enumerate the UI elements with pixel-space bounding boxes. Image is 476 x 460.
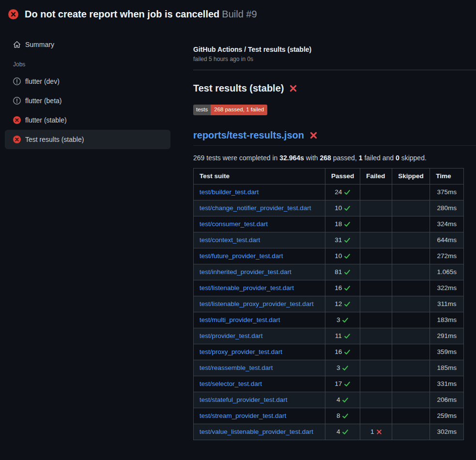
suite-cell: test/builder_test.dart [194,184,325,200]
skipped-cell [392,200,430,216]
test-suite-link[interactable]: test/value_listenable_provider_test.dart [200,428,313,435]
summary-failed-count: 1 [359,154,363,162]
table-row: test/provider_test.dart11291ms [194,328,464,344]
failed-cell [360,216,392,232]
home-icon [13,41,21,48]
time-cell: 291ms [430,328,464,344]
check-icon [342,397,349,403]
time-cell: 206ms [430,392,464,408]
badge-value: 268 passed, 1 failed [211,105,267,115]
sidebar-item-flutter-beta[interactable]: flutter (beta) [5,91,170,110]
suite-cell: test/stream_provider_test.dart [194,408,325,424]
suite-cell: test/inherited_provider_test.dart [194,264,325,280]
failed-cell [360,200,392,216]
time-cell: 644ms [430,232,464,248]
failure-x-icon [309,131,318,139]
table-row: test/value_listenable_provider_test.dart… [194,424,464,440]
summary-part: skipped. [399,154,427,162]
table-row: test/builder_test.dart24375ms [194,184,464,200]
results-table: Test suitePassedFailedSkippedTime test/b… [193,168,464,440]
x-icon [376,429,382,435]
failed-cell [360,408,392,424]
table-row: test/proxy_provider_test.dart16359ms [194,344,464,360]
test-suite-link[interactable]: test/selector_test.dart [200,380,262,387]
test-suite-link[interactable]: test/reassemble_test.dart [200,364,273,371]
table-row: test/inherited_provider_test.dart811.065… [194,264,464,280]
suite-cell: test/value_listenable_provider_test.dart [194,424,325,440]
sidebar-item-flutter-stable[interactable]: flutter (stable) [5,110,170,130]
skipped-cell [392,280,430,296]
test-suite-link[interactable]: test/proxy_provider_test.dart [200,348,282,355]
test-suite-link[interactable]: test/listenable_proxy_provider_test.dart [200,300,314,307]
passed-cell: 10 [325,248,360,264]
test-suite-link[interactable]: test/builder_test.dart [200,188,259,196]
table-row: test/multi_provider_test.dart3183ms [194,312,464,328]
test-suite-link[interactable]: test/provider_test.dart [200,332,263,339]
alert-circle-icon [13,77,21,85]
table-row: test/consumer_test.dart18324ms [194,216,464,232]
time-cell: 1.065s [430,264,464,280]
page-title: Do not create report when job is cancell… [25,8,257,20]
skipped-cell [392,360,430,376]
passed-cell: 11 [325,328,360,344]
tests-badge: tests 268 passed, 1 failed [193,105,267,115]
passed-cell: 16 [325,344,360,360]
failed-cell: 1 [360,424,392,440]
suite-cell: test/context_test.dart [194,232,325,248]
sidebar-item-summary[interactable]: Summary [5,37,170,52]
summary-skipped-count: 0 [396,154,399,162]
time-cell: 185ms [430,360,464,376]
time-cell: 280ms [430,200,464,216]
skipped-cell [392,248,430,264]
test-suite-link[interactable]: test/listenable_provider_test.dart [200,284,294,291]
section-title-text: Test results (stable) [193,83,284,94]
time-cell: 302ms [430,424,464,440]
test-suite-link[interactable]: test/change_notifier_provider_test.dart [200,204,311,212]
test-suite-link[interactable]: test/multi_provider_test.dart [200,316,280,323]
column-header-passed: Passed [325,168,360,184]
table-row: test/future_provider_test.dart10272ms [194,248,464,264]
failed-cell [360,392,392,408]
time-cell: 322ms [430,280,464,296]
column-header-test-suite: Test suite [194,168,325,184]
passed-cell: 4 [325,424,360,440]
summary-part: 269 tests were completed in [193,154,279,162]
suite-cell: test/change_notifier_provider_test.dart [194,200,325,216]
results-table-header-row: Test suitePassedFailedSkippedTime [194,168,464,184]
suite-cell: test/consumer_test.dart [194,216,325,232]
passed-cell: 4 [325,392,360,408]
test-suite-link[interactable]: test/future_provider_test.dart [200,252,283,260]
sidebar-item-flutter-dev[interactable]: flutter (dev) [5,72,170,91]
passed-cell: 18 [325,216,360,232]
summary-part: with [304,154,320,162]
column-header-failed: Failed [360,168,392,184]
main-content: GitHub Actions / Test results (stable) f… [188,27,476,440]
divider [193,70,476,70]
time-cell: 324ms [430,216,464,232]
suite-cell: test/listenable_proxy_provider_test.dart [194,296,325,312]
summary-part: failed and [363,154,396,162]
badge-label: tests [193,105,211,115]
check-icon [344,301,351,307]
passed-cell: 16 [325,280,360,296]
test-suite-link[interactable]: test/stateful_provider_test.dart [200,396,288,403]
sidebar: Summary Jobs flutter (dev)flutter (beta)… [0,27,188,149]
test-suite-link[interactable]: test/context_test.dart [200,236,260,244]
table-row: test/selector_test.dart17331ms [194,376,464,392]
suite-cell: test/future_provider_test.dart [194,248,325,264]
test-suite-link[interactable]: test/inherited_provider_test.dart [200,268,292,276]
sidebar-item-test-results-stable[interactable]: Test results (stable) [5,130,170,149]
failed-cell [360,280,392,296]
check-icon [342,317,349,323]
test-suite-link[interactable]: test/stream_provider_test.dart [200,412,286,419]
passed-cell: 31 [325,232,360,248]
jobs-section-label: Jobs [5,52,170,72]
report-link[interactable]: reports/test-results.json [193,130,304,141]
column-header-time: Time [430,168,464,184]
section-title: Test results (stable) [193,83,476,94]
check-icon [344,253,351,260]
check-icon [344,189,351,196]
test-suite-link[interactable]: test/consumer_test.dart [200,220,268,228]
sidebar-item-label: Summary [25,41,54,48]
suite-cell: test/selector_test.dart [194,376,325,392]
